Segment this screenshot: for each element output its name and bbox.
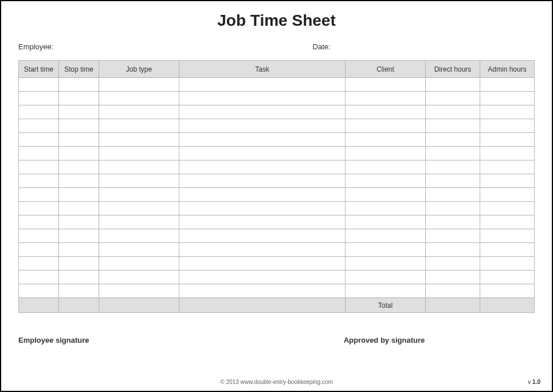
cell-start[interactable] [19, 243, 59, 257]
cell-stop[interactable] [59, 229, 99, 243]
cell-task[interactable] [179, 229, 346, 243]
cell-job[interactable] [99, 78, 179, 92]
cell-client[interactable] [346, 174, 426, 188]
cell-stop[interactable] [59, 119, 99, 133]
cell-start[interactable] [19, 160, 59, 174]
cell-task[interactable] [179, 92, 346, 105]
cell-job[interactable] [99, 229, 179, 243]
cell-direct[interactable] [426, 119, 480, 133]
cell-stop[interactable] [59, 243, 99, 257]
cell-start[interactable] [19, 229, 59, 243]
cell-direct[interactable] [426, 271, 480, 284]
cell-start[interactable] [19, 92, 59, 105]
cell-direct[interactable] [426, 78, 480, 92]
cell-start[interactable] [19, 147, 59, 160]
cell-task[interactable] [179, 243, 346, 257]
cell-task[interactable] [179, 257, 346, 271]
cell-client[interactable] [346, 160, 426, 174]
cell-client[interactable] [346, 229, 426, 243]
cell-client[interactable] [346, 147, 426, 160]
cell-task[interactable] [179, 174, 346, 188]
cell-stop[interactable] [59, 257, 99, 271]
cell-admin[interactable] [480, 160, 535, 174]
cell-client[interactable] [346, 215, 426, 229]
cell-job[interactable] [99, 257, 179, 271]
cell-stop[interactable] [59, 78, 99, 92]
cell-client[interactable] [346, 284, 426, 298]
cell-admin[interactable] [480, 271, 535, 284]
cell-start[interactable] [19, 119, 59, 133]
cell-job[interactable] [99, 271, 179, 284]
cell-start[interactable] [19, 78, 59, 92]
cell-task[interactable] [179, 105, 346, 119]
cell-job[interactable] [99, 243, 179, 257]
cell-direct[interactable] [426, 133, 480, 147]
cell-direct[interactable] [426, 160, 480, 174]
cell-task[interactable] [179, 78, 346, 92]
cell-job[interactable] [99, 284, 179, 298]
cell-task[interactable] [179, 133, 346, 147]
cell-direct[interactable] [426, 229, 480, 243]
cell-start[interactable] [19, 271, 59, 284]
cell-admin[interactable] [480, 229, 535, 243]
cell-job[interactable] [99, 105, 179, 119]
cell-job[interactable] [99, 160, 179, 174]
cell-stop[interactable] [59, 215, 99, 229]
cell-task[interactable] [179, 202, 346, 215]
cell-start[interactable] [19, 174, 59, 188]
cell-job[interactable] [99, 215, 179, 229]
cell-direct[interactable] [426, 174, 480, 188]
cell-start[interactable] [19, 133, 59, 147]
cell-task[interactable] [179, 147, 346, 160]
cell-admin[interactable] [480, 188, 535, 202]
cell-stop[interactable] [59, 160, 99, 174]
cell-stop[interactable] [59, 188, 99, 202]
cell-job[interactable] [99, 133, 179, 147]
cell-client[interactable] [346, 119, 426, 133]
cell-admin[interactable] [480, 202, 535, 215]
cell-job[interactable] [99, 174, 179, 188]
cell-stop[interactable] [59, 271, 99, 284]
cell-direct[interactable] [426, 188, 480, 202]
cell-admin[interactable] [480, 119, 535, 133]
cell-task[interactable] [179, 160, 346, 174]
cell-stop[interactable] [59, 284, 99, 298]
cell-direct[interactable] [426, 257, 480, 271]
cell-task[interactable] [179, 215, 346, 229]
cell-admin[interactable] [480, 147, 535, 160]
cell-client[interactable] [346, 92, 426, 105]
cell-admin[interactable] [480, 174, 535, 188]
cell-direct[interactable] [426, 92, 480, 105]
cell-client[interactable] [346, 105, 426, 119]
cell-client[interactable] [346, 202, 426, 215]
cell-client[interactable] [346, 271, 426, 284]
cell-task[interactable] [179, 188, 346, 202]
cell-admin[interactable] [480, 105, 535, 119]
cell-start[interactable] [19, 105, 59, 119]
cell-client[interactable] [346, 243, 426, 257]
cell-stop[interactable] [59, 174, 99, 188]
cell-task[interactable] [179, 284, 346, 298]
cell-client[interactable] [346, 78, 426, 92]
cell-job[interactable] [99, 119, 179, 133]
cell-admin[interactable] [480, 133, 535, 147]
cell-direct[interactable] [426, 215, 480, 229]
cell-admin[interactable] [480, 257, 535, 271]
cell-client[interactable] [346, 257, 426, 271]
cell-admin[interactable] [480, 78, 535, 92]
cell-stop[interactable] [59, 105, 99, 119]
cell-stop[interactable] [59, 147, 99, 160]
cell-task[interactable] [179, 119, 346, 133]
cell-job[interactable] [99, 147, 179, 160]
cell-direct[interactable] [426, 284, 480, 298]
cell-stop[interactable] [59, 92, 99, 105]
cell-admin[interactable] [480, 243, 535, 257]
cell-direct[interactable] [426, 243, 480, 257]
cell-stop[interactable] [59, 202, 99, 215]
cell-direct[interactable] [426, 202, 480, 215]
cell-admin[interactable] [480, 92, 535, 105]
cell-direct[interactable] [426, 105, 480, 119]
cell-stop[interactable] [59, 133, 99, 147]
cell-start[interactable] [19, 188, 59, 202]
cell-start[interactable] [19, 284, 59, 298]
